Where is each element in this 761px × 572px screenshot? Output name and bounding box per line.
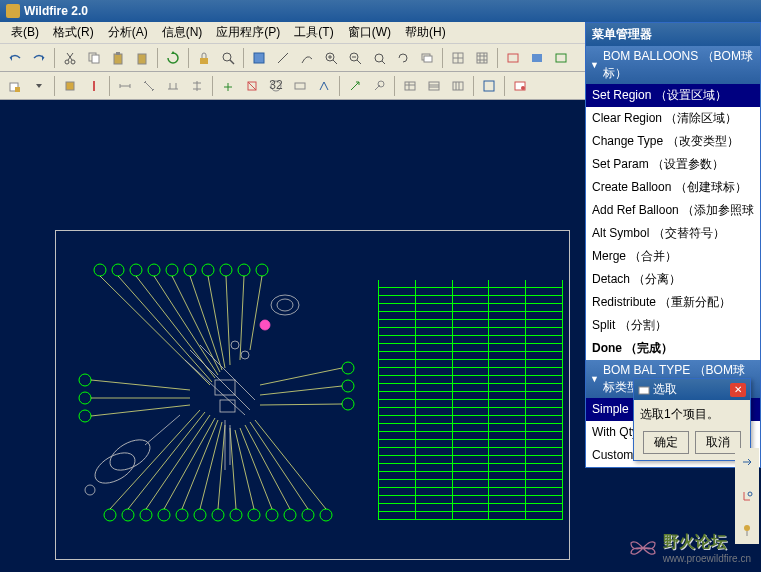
svg-rect-4 [114,54,122,64]
finish-button[interactable] [313,75,335,97]
svg-rect-18 [532,54,542,62]
curve-button[interactable] [296,47,318,69]
ref-button[interactable]: 32 [265,75,287,97]
svg-line-44 [100,276,210,385]
ok-button[interactable]: 确定 [643,431,689,454]
menu-window[interactable]: 窗口(W) [341,22,398,43]
regen-button[interactable] [162,47,184,69]
menu-format[interactable]: 格式(R) [46,22,101,43]
menu-tools[interactable]: 工具(T) [287,22,340,43]
display1-button[interactable] [502,47,524,69]
watermark-url: www.proewildfire.cn [663,553,751,564]
menu-item[interactable]: Create Balloon （创建球标） [586,176,760,199]
menu-item[interactable]: Clear Region （清除区域） [586,107,760,130]
dialog-titlebar[interactable]: 选取 ✕ [634,379,750,400]
dialog-icon [638,384,650,396]
zoom-out-button[interactable] [344,47,366,69]
layers-button[interactable] [416,47,438,69]
gtol-button[interactable] [289,75,311,97]
display3-button[interactable] [550,47,572,69]
paste-special-button[interactable] [131,47,153,69]
menu-section-header[interactable]: ▼BOM BALLOONS （BOM球标） [586,46,760,84]
svg-point-37 [148,264,160,276]
watermark: 野火论坛 www.proewildfire.cn [629,532,751,564]
svg-point-41 [220,264,232,276]
menu-application[interactable]: 应用程序(P) [209,22,287,43]
table-button[interactable] [399,75,421,97]
svg-line-51 [226,276,230,365]
svg-point-64 [284,509,296,521]
symbol-button[interactable] [241,75,263,97]
zoom-fit-button[interactable] [368,47,390,69]
dim3-button[interactable] [162,75,184,97]
svg-point-27 [378,81,384,87]
menu-item[interactable]: Add Ref Balloon （添加参照球 [586,199,760,222]
svg-rect-102 [639,387,649,394]
bom-table[interactable]: document.write(Array.from({length:30},()… [378,280,563,540]
svg-point-100 [241,351,249,359]
svg-point-55 [122,509,134,521]
arrow-right-icon[interactable] [737,452,757,472]
undo-button[interactable] [4,47,26,69]
svg-point-93 [277,299,293,311]
dim4-button[interactable] [186,75,208,97]
svg-point-40 [202,264,214,276]
close-icon[interactable]: ✕ [730,383,746,397]
right-toolbar [735,448,759,544]
menu-item[interactable]: Split （分割） [586,314,760,337]
menu-item[interactable]: Change Type （改变类型） [586,130,760,153]
balloon-button[interactable] [368,75,390,97]
paste-button[interactable] [107,47,129,69]
svg-line-74 [230,428,236,509]
format-button[interactable] [478,75,500,97]
refresh-button[interactable] [392,47,414,69]
zoom-in-button[interactable] [320,47,342,69]
menu-item[interactable]: Redistribute （重新分配） [586,291,760,314]
search-button[interactable] [217,47,239,69]
svg-point-58 [176,509,188,521]
svg-point-39 [184,264,196,276]
view-button[interactable] [509,75,531,97]
menu-info[interactable]: 信息(N) [155,22,210,43]
datum-axis-button[interactable] [83,75,105,97]
grid2-button[interactable] [471,47,493,69]
menu-table[interactable]: 表(B) [4,22,46,43]
line-button[interactable] [272,47,294,69]
svg-rect-16 [477,53,487,63]
menu-item[interactable]: Set Param （设置参数） [586,153,760,176]
menu-item[interactable]: Set Region （设置区域） [586,84,760,107]
redo-button[interactable] [28,47,50,69]
dropdown-button[interactable] [28,75,50,97]
datum-plane-button[interactable] [59,75,81,97]
svg-point-33 [521,86,525,90]
menu-item[interactable]: Detach （分离） [586,268,760,291]
svg-line-73 [218,425,225,509]
menu-item[interactable]: Alt Symbol （交替符号） [586,222,760,245]
svg-point-65 [302,509,314,521]
note-button[interactable] [217,75,239,97]
copy-button[interactable] [83,47,105,69]
menu-item[interactable]: Merge （合并） [586,245,760,268]
menu-analysis[interactable]: 分析(A) [101,22,155,43]
lock-button[interactable] [193,47,215,69]
table3-button[interactable] [447,75,469,97]
svg-point-87 [342,380,354,392]
svg-point-86 [342,362,354,374]
dim2-button[interactable] [138,75,160,97]
svg-point-36 [130,264,142,276]
cut-button[interactable] [59,47,81,69]
menu-item[interactable]: Done （完成） [586,337,760,360]
arrow-button[interactable] [344,75,366,97]
grid1-button[interactable] [447,47,469,69]
menu-help[interactable]: 帮助(H) [398,22,453,43]
sheet-lock-button[interactable] [4,75,26,97]
select-button[interactable] [248,47,270,69]
svg-point-88 [342,398,354,410]
svg-line-72 [200,422,222,509]
svg-rect-19 [556,54,566,62]
dim-button[interactable] [114,75,136,97]
datum-icon[interactable] [737,486,757,506]
table2-button[interactable] [423,75,445,97]
display2-button[interactable] [526,47,548,69]
svg-rect-21 [15,87,20,92]
